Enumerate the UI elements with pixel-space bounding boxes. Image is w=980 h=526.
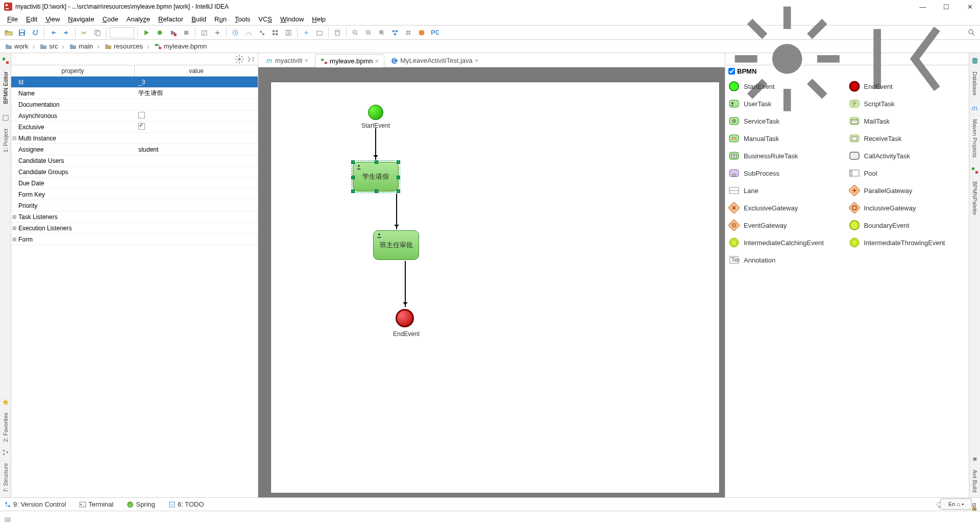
property-row[interactable]: Candidate Groups [11,166,258,178]
editor-tab[interactable]: myleave.bpmn× [315,54,384,67]
tool-todo[interactable]: 6: TODO [168,500,204,508]
diagram-arrow[interactable] [405,261,406,307]
run-icon[interactable] [140,27,153,39]
property-row[interactable]: Priority [11,200,258,211]
tool-version-control[interactable]: 9: Version Control [4,500,66,508]
palette-item[interactable]: TextAnnotation [727,252,847,268]
tab-close-icon[interactable]: × [304,57,308,64]
diagram-user-task-selected[interactable]: 学生请假 [353,162,399,192]
copy-icon[interactable] [91,27,104,39]
tool-project[interactable]: 1: Project [2,124,10,157]
property-row[interactable]: Assigneestudent [11,144,258,155]
refresh-icon[interactable] [29,27,41,39]
menu-help[interactable]: Help [308,14,330,24]
tb-icon-9[interactable] [313,27,326,39]
palette-item[interactable]: ScriptTask [848,95,967,112]
palette-item[interactable]: BusinessRuleTask [727,148,847,164]
property-row[interactable]: Candidate Users [11,155,258,166]
tb-icon-db[interactable] [415,27,428,39]
diagram-user-task[interactable]: 班主任审批 [373,230,419,260]
property-row[interactable]: ⊟Multi Instance [11,133,258,144]
tb-icon-pg[interactable]: PG [429,27,441,39]
palette-item[interactable]: StartEvent [727,78,847,94]
palette-item[interactable]: ReceiveTask [848,130,967,147]
tab-close-icon[interactable]: × [475,57,479,64]
tool-bpmn-palette[interactable]: BPMNPalette [971,176,979,220]
run-config-combo[interactable] [110,27,134,38]
zoom-in-icon[interactable] [362,27,375,39]
diagram-end-event[interactable] [396,309,414,327]
palette-item[interactable]: BoundaryEvent [848,217,967,233]
property-row[interactable]: Due Date [11,178,258,189]
menu-vcs[interactable]: VCS [254,14,276,24]
crumb-resources[interactable]: resources [103,42,153,51]
debug-icon[interactable] [154,27,166,39]
tool-structure[interactable]: 7: Structure [2,458,10,497]
tab-close-icon[interactable]: × [375,57,379,65]
expand-icon[interactable]: ⊞ [11,214,17,220]
tb-icon-3[interactable] [229,27,241,39]
palette-item[interactable]: SubProcess [727,165,847,181]
diagram-arrow[interactable] [396,194,397,229]
property-value[interactable] [135,112,258,120]
diagram-arrow[interactable] [375,128,376,160]
menu-build[interactable]: Build [187,14,210,24]
menu-refactor[interactable]: Refactor [154,14,187,24]
status-icon[interactable] [4,515,11,522]
menu-run[interactable]: Run [210,14,231,24]
tool-favorites[interactable]: 2: Favorites [2,408,10,447]
palette-item[interactable]: IntermediateCatchingEvent [727,234,847,251]
palette-toggle-checkbox[interactable] [728,68,735,75]
tool-ant[interactable]: Ant Build [971,465,979,497]
tool-terminal[interactable]: Terminal [79,500,113,508]
bpmn-canvas[interactable]: StartEvent 学生请假 班主任审批 EndEvent [271,82,720,493]
checkbox[interactable] [138,123,145,130]
tool-database[interactable]: Database [971,66,979,101]
menu-window[interactable]: Window [276,14,308,24]
cut-icon[interactable]: ✂ [78,27,90,39]
palette-header[interactable]: BPMN [725,65,969,77]
crumb-file[interactable]: myleave.bpmn [153,42,214,50]
palette-item[interactable]: CallActivityTask [848,148,967,164]
property-row[interactable]: Form Key [11,189,258,200]
crumb-src[interactable]: src [38,42,67,51]
hide-icon[interactable] [246,54,256,64]
palette-item[interactable]: ServiceTask [727,113,847,129]
property-value[interactable]: student [135,146,258,153]
undo-icon[interactable] [47,27,59,39]
ime-badge[interactable]: En ⌂ • [940,498,972,510]
editor-tab[interactable]: CMyLeaveActivitiTest.java× [385,54,484,67]
tb-icon-10[interactable] [331,27,344,39]
diagram-start-event[interactable] [368,105,383,120]
palette-item[interactable]: EndEvent [848,78,967,94]
expand-icon[interactable]: ⊞ [11,236,17,242]
property-value[interactable] [135,123,258,131]
menu-view[interactable]: View [41,14,64,24]
expand-icon[interactable]: ⊞ [11,225,17,231]
redo-icon[interactable] [60,27,72,39]
palette-item[interactable]: InclusiveGateway [848,200,967,216]
tb-icon-1[interactable] [198,27,210,39]
tool-spring[interactable]: Spring [127,500,155,508]
palette-item[interactable]: ManualTask [727,130,847,147]
menu-file[interactable]: File [3,14,22,24]
palette-item[interactable]: MailTask [848,113,967,129]
property-row[interactable]: Name学生请假 [11,88,258,99]
gear-icon[interactable] [234,54,244,64]
tb-icon-6[interactable] [269,27,281,39]
open-icon[interactable] [3,27,15,39]
menu-code[interactable]: Code [99,14,122,24]
tb-icon-2[interactable] [211,27,224,39]
property-row[interactable]: ⊞Task Listeners [11,211,258,223]
property-row[interactable]: ⊞Execution Listeners [11,223,258,234]
property-value[interactable]: 学生请假 [135,89,258,98]
tb-icon-5[interactable] [256,27,268,39]
tb-icon-4[interactable] [242,27,255,39]
tb-icon-8[interactable] [300,27,312,39]
layout-icon[interactable] [389,27,401,39]
menu-navigate[interactable]: Navigate [64,14,98,24]
property-value[interactable]: _3 [135,79,258,86]
palette-item[interactable]: UserTask [727,95,847,112]
palette-item[interactable]: ParallelGateway [848,182,967,199]
search-icon[interactable] [966,27,978,39]
